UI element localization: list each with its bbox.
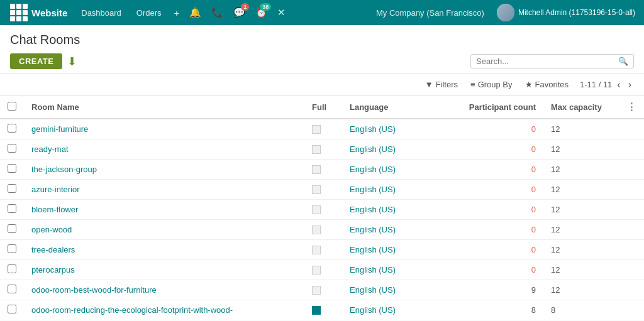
extra-cell xyxy=(619,119,644,139)
chat-badge: 1 xyxy=(241,3,249,11)
search-input[interactable] xyxy=(476,57,618,66)
top-navigation: Website Dashboard Orders + 🔔 📞 💬 1 ⏰ 38 … xyxy=(0,0,644,25)
row-checkbox-cell[interactable] xyxy=(0,280,24,300)
row-checkbox-cell[interactable] xyxy=(0,119,24,139)
room-name-link[interactable]: bloem-flower xyxy=(31,205,78,214)
app-brand[interactable]: Website xyxy=(5,4,72,21)
filters-button[interactable]: ▼ Filters xyxy=(419,77,464,92)
row-checkbox-cell[interactable] xyxy=(0,180,24,200)
language-link[interactable]: English (US) xyxy=(350,285,396,295)
filterbar: ▼ Filters ≡ Group By ★ Favorites 1-11 / … xyxy=(0,73,644,96)
room-name-link[interactable]: tree-dealers xyxy=(31,245,75,254)
language-link[interactable]: English (US) xyxy=(350,144,396,154)
full-cell xyxy=(304,260,342,280)
row-checkbox[interactable] xyxy=(8,285,16,293)
max-capacity-cell: 12 xyxy=(543,260,619,280)
room-name-link[interactable]: azure-interior xyxy=(31,185,80,194)
room-name-link[interactable]: odoo-room-best-wood-for-furniture xyxy=(31,285,157,295)
table-row: pterocarpusEnglish (US)012 xyxy=(0,260,644,280)
next-page-button[interactable]: › xyxy=(626,78,634,92)
row-checkbox-cell[interactable] xyxy=(0,240,24,260)
row-checkbox[interactable] xyxy=(8,244,16,253)
participant-count-cell: 9 xyxy=(455,280,543,300)
toolbar: CREATE ⬇ 🔍 xyxy=(0,50,644,73)
row-checkbox[interactable] xyxy=(8,224,16,233)
activity-icon[interactable]: ⏰ 38 xyxy=(252,7,271,18)
full-cell xyxy=(304,180,342,200)
full-indicator xyxy=(312,246,321,254)
grid-menu-icon[interactable] xyxy=(10,4,28,21)
bell-icon[interactable]: 🔔 xyxy=(186,7,205,18)
full-cell xyxy=(304,200,342,220)
create-button[interactable]: CREATE xyxy=(10,53,62,69)
row-checkbox[interactable] xyxy=(8,204,16,213)
language-link[interactable]: English (US) xyxy=(350,305,396,315)
room-name-link[interactable]: open-wood xyxy=(31,225,72,234)
language-cell: English (US) xyxy=(342,139,455,160)
row-checkbox-cell[interactable] xyxy=(0,300,24,320)
language-link[interactable]: English (US) xyxy=(350,185,396,194)
full-indicator xyxy=(312,306,321,315)
extra-cell xyxy=(619,180,644,200)
col-header-max-capacity[interactable]: Max capacity xyxy=(543,96,619,119)
add-icon[interactable]: + xyxy=(170,8,184,18)
participant-count-cell: 8 xyxy=(455,300,543,320)
language-link[interactable]: English (US) xyxy=(350,225,396,234)
row-checkbox-cell[interactable] xyxy=(0,139,24,160)
groupby-label: Group By xyxy=(478,80,513,89)
col-header-participant-count[interactable]: Participant count xyxy=(455,96,543,119)
search-icon[interactable]: 🔍 xyxy=(618,57,628,66)
download-button[interactable]: ⬇ xyxy=(67,55,77,68)
extra-cell xyxy=(619,240,644,260)
favorites-button[interactable]: ★ Favorites xyxy=(519,77,575,92)
language-cell: English (US) xyxy=(342,280,455,300)
room-name-link[interactable]: gemini-furniture xyxy=(31,124,88,134)
full-cell xyxy=(304,160,342,180)
full-indicator xyxy=(312,165,321,174)
row-checkbox-cell[interactable] xyxy=(0,260,24,280)
page-title: Chat Rooms xyxy=(10,33,634,47)
row-checkbox[interactable] xyxy=(8,305,16,313)
col-header-language[interactable]: Language xyxy=(342,96,455,119)
max-capacity-cell: 8 xyxy=(543,300,619,320)
groupby-button[interactable]: ≡ Group By xyxy=(464,77,519,92)
row-checkbox[interactable] xyxy=(8,184,16,193)
prev-page-button[interactable]: ‹ xyxy=(614,78,623,92)
room-name-link[interactable]: pterocarpus xyxy=(31,265,75,275)
chat-icon[interactable]: 💬 1 xyxy=(230,7,249,18)
col-header-full[interactable]: Full xyxy=(304,96,342,119)
row-checkbox-cell[interactable] xyxy=(0,200,24,220)
language-link[interactable]: English (US) xyxy=(350,205,396,214)
more-options-icon[interactable]: ⋮ xyxy=(626,102,636,112)
language-link[interactable]: English (US) xyxy=(350,165,396,174)
row-checkbox[interactable] xyxy=(8,144,16,153)
language-link[interactable]: English (US) xyxy=(350,265,396,275)
nav-orders[interactable]: Orders xyxy=(130,8,168,18)
table-row: gemini-furnitureEnglish (US)012 xyxy=(0,119,644,139)
language-link[interactable]: English (US) xyxy=(350,124,396,134)
participant-count-cell: 0 xyxy=(455,200,543,220)
page-header: Chat Rooms xyxy=(0,25,644,50)
room-name-link[interactable]: ready-mat xyxy=(31,144,69,154)
select-all-checkbox[interactable] xyxy=(8,102,16,111)
row-checkbox-cell[interactable] xyxy=(0,220,24,240)
close-icon[interactable]: ✕ xyxy=(274,7,289,18)
select-all-header[interactable] xyxy=(0,96,24,119)
row-checkbox[interactable] xyxy=(8,164,16,173)
favorites-label: Favorites xyxy=(535,80,569,89)
phone-icon[interactable]: 📞 xyxy=(208,7,227,18)
row-checkbox[interactable] xyxy=(8,124,16,133)
row-checkbox[interactable] xyxy=(8,264,16,273)
col-header-name[interactable]: Room Name xyxy=(24,96,304,119)
nav-dashboard[interactable]: Dashboard xyxy=(75,8,128,18)
user-menu[interactable]: Mitchell Admin (11753196-15-0-all) xyxy=(493,4,639,21)
language-link[interactable]: English (US) xyxy=(350,245,396,254)
row-checkbox-cell[interactable] xyxy=(0,160,24,180)
activity-badge: 38 xyxy=(260,3,271,11)
participant-count: 9 xyxy=(463,285,536,295)
room-name-link[interactable]: the-jackson-group xyxy=(31,165,97,174)
room-name-link[interactable]: odoo-room-reducing-the-ecological-footpr… xyxy=(31,305,233,315)
max-capacity: 12 xyxy=(551,245,560,254)
extra-cell xyxy=(619,200,644,220)
language-cell: English (US) xyxy=(342,300,455,320)
